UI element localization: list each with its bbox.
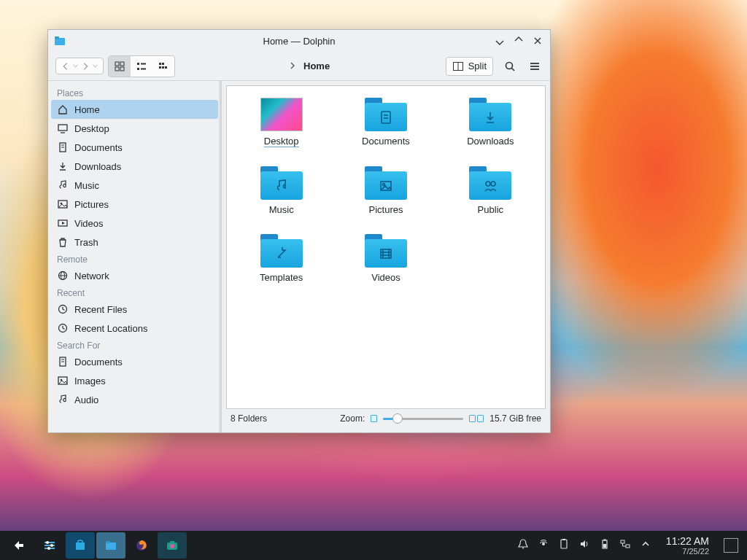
svg-point-44	[382, 183, 384, 185]
folder-icon	[469, 98, 511, 131]
file-view[interactable]: DesktopDocumentsDownloadsMusicPicturesPu…	[226, 85, 546, 409]
tray-clipboard-icon[interactable]	[558, 538, 570, 552]
file-documents[interactable]: Documents	[338, 95, 433, 150]
svg-point-57	[47, 547, 50, 550]
taskbar: 11:22 AM 7/25/22	[0, 531, 747, 560]
folder-icon	[260, 234, 303, 268]
sidebar-item-label: Downloads	[74, 161, 121, 172]
network-icon	[57, 270, 69, 281]
task-system-settings[interactable]	[35, 532, 64, 559]
view-compact[interactable]	[131, 56, 152, 77]
svg-rect-12	[159, 66, 161, 69]
sidebar-item-label: Trash	[74, 237, 98, 248]
svg-point-55	[46, 541, 49, 544]
svg-rect-67	[561, 540, 567, 548]
desktop-thumbnail-icon	[260, 98, 303, 131]
tray-kde-connect-icon[interactable]	[538, 538, 549, 552]
file-desktop[interactable]: Desktop	[234, 95, 328, 150]
sidebar-item-trash[interactable]: Trash	[51, 233, 218, 252]
svg-rect-9	[141, 68, 146, 69]
view-icons[interactable]	[109, 56, 131, 77]
documents-icon	[57, 141, 69, 153]
status-bar: 8 Folders Zoom: 15.7 GiB free	[226, 409, 546, 428]
file-music[interactable]: Music	[234, 163, 328, 218]
file-templates[interactable]: Templates	[234, 231, 328, 286]
hamburger-menu[interactable]	[527, 58, 543, 74]
svg-rect-10	[159, 63, 161, 65]
sidebar-item-documents[interactable]: Documents	[51, 352, 218, 371]
zoom-out-icon[interactable]	[371, 415, 377, 422]
app-launcher[interactable]	[4, 532, 34, 559]
file-downloads[interactable]: Downloads	[444, 95, 538, 150]
sidebar-item-recent-files[interactable]: Recent Files	[51, 300, 218, 319]
sidebar-item-images[interactable]: Images	[51, 371, 218, 390]
sidebar-item-network[interactable]: Network	[51, 266, 218, 285]
folder-icon	[365, 98, 407, 131]
sidebar-item-audio[interactable]: Audio	[51, 390, 218, 409]
svg-rect-7	[141, 63, 146, 64]
videos-icon	[57, 217, 69, 229]
tray-battery-icon[interactable]	[599, 538, 611, 552]
sidebar-section-header: Recent	[51, 285, 218, 300]
maximize-button[interactable]	[512, 34, 525, 47]
taskbar-clock[interactable]: 11:22 AM 7/25/22	[666, 535, 709, 556]
view-details[interactable]	[152, 56, 174, 77]
sidebar-item-label: Music	[74, 180, 99, 191]
svg-rect-6	[137, 63, 139, 65]
sidebar-item-label: Network	[74, 271, 109, 281]
sidebar-item-home[interactable]: Home	[51, 100, 218, 119]
nav-back-forward[interactable]	[55, 58, 104, 74]
file-public[interactable]: Public	[444, 163, 538, 218]
zoom-slider[interactable]	[383, 413, 463, 424]
file-label: Documents	[362, 136, 410, 147]
sidebar-item-videos[interactable]: Videos	[51, 214, 218, 233]
svg-point-17	[506, 62, 513, 69]
titlebar[interactable]: Home — Dolphin	[48, 30, 550, 52]
nav-history-dropdown[interactable]	[72, 61, 79, 71]
zoom-in-icon[interactable]	[469, 415, 484, 422]
breadcrumb[interactable]: Home	[289, 61, 330, 71]
sidebar-section-header: Search For	[51, 338, 218, 352]
sidebar-item-recent-locations[interactable]: Recent Locations	[51, 319, 218, 338]
task-firefox[interactable]	[127, 532, 156, 559]
task-discover[interactable]	[66, 532, 95, 559]
item-count: 8 Folders	[231, 413, 267, 424]
svg-point-56	[50, 544, 53, 547]
sidebar-item-downloads[interactable]: Downloads	[51, 157, 218, 176]
svg-point-45	[486, 182, 490, 186]
close-button[interactable]	[531, 34, 544, 47]
folder-icon	[469, 166, 511, 200]
split-icon	[452, 61, 464, 72]
task-dolphin[interactable]	[96, 532, 125, 559]
file-videos[interactable]: Videos	[338, 231, 433, 286]
sidebar-item-documents[interactable]: Documents	[51, 138, 218, 157]
clock-time: 11:22 AM	[666, 535, 709, 547]
sidebar-item-music[interactable]: Music	[51, 176, 218, 195]
svg-point-66	[542, 542, 545, 545]
sidebar-item-label: Recent Files	[74, 304, 127, 315]
sidebar-item-pictures[interactable]: Pictures	[51, 195, 218, 214]
view-mode-switch[interactable]	[108, 55, 175, 77]
sidebar-item-desktop[interactable]: Desktop	[51, 119, 218, 138]
tray-chevron-up-icon[interactable]	[640, 538, 651, 552]
svg-rect-22	[58, 125, 67, 131]
breadcrumb-location[interactable]: Home	[303, 61, 330, 71]
sidebar-item-label: Desktop	[74, 123, 109, 134]
split-label: Split	[468, 61, 487, 71]
search-button[interactable]	[502, 58, 518, 74]
tray-volume-icon[interactable]	[578, 538, 590, 552]
minimize-button[interactable]	[493, 34, 506, 47]
documents-icon	[57, 356, 69, 368]
task-spectacle[interactable]	[158, 532, 187, 559]
dolphin-window: Home — Dolphin Home Split	[47, 29, 551, 433]
file-pictures[interactable]: Pictures	[338, 163, 433, 218]
places-panel: PlacesHomeDesktopDocumentsDownloadsMusic…	[48, 81, 222, 432]
show-desktop-button[interactable]	[724, 538, 738, 553]
svg-point-46	[491, 182, 495, 186]
tray-network-icon[interactable]	[619, 538, 631, 552]
nav-forward-dropdown[interactable]	[92, 61, 98, 71]
split-button[interactable]: Split	[446, 57, 493, 76]
tray-notifications-icon[interactable]	[517, 538, 529, 552]
sidebar-section-header: Remote	[51, 252, 218, 266]
trash-icon	[57, 236, 69, 248]
